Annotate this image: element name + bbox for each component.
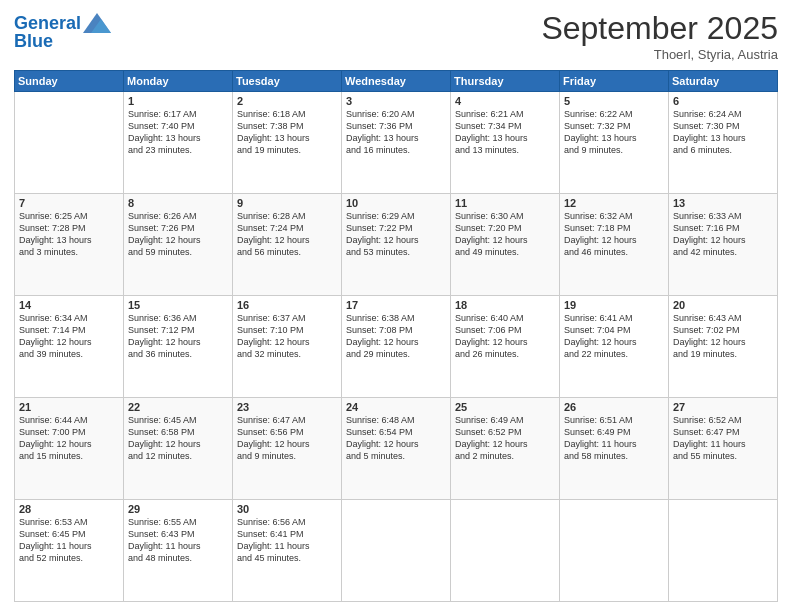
cell-info-line: Sunset: 6:56 PM	[237, 427, 304, 437]
table-cell: 20Sunrise: 6:43 AMSunset: 7:02 PMDayligh…	[669, 296, 778, 398]
cell-info-line: Sunrise: 6:21 AM	[455, 109, 524, 119]
cell-info-line: Daylight: 12 hours	[237, 235, 310, 245]
cell-info-line: Daylight: 11 hours	[564, 439, 637, 449]
cell-info-line: Sunset: 7:28 PM	[19, 223, 86, 233]
table-cell: 12Sunrise: 6:32 AMSunset: 7:18 PMDayligh…	[560, 194, 669, 296]
cell-info-line: and 45 minutes.	[237, 553, 301, 563]
cell-info-line: Daylight: 13 hours	[564, 133, 637, 143]
cell-info-line: Sunrise: 6:41 AM	[564, 313, 633, 323]
cell-info-line: and 53 minutes.	[346, 247, 410, 257]
cell-info-line: Sunrise: 6:51 AM	[564, 415, 633, 425]
cell-info: Sunrise: 6:41 AMSunset: 7:04 PMDaylight:…	[564, 312, 664, 361]
cell-info-line: Sunset: 7:40 PM	[128, 121, 195, 131]
table-cell: 13Sunrise: 6:33 AMSunset: 7:16 PMDayligh…	[669, 194, 778, 296]
day-number: 11	[455, 197, 555, 209]
day-number: 3	[346, 95, 446, 107]
cell-info-line: Sunset: 7:34 PM	[455, 121, 522, 131]
cell-info-line: Sunrise: 6:34 AM	[19, 313, 88, 323]
table-cell: 17Sunrise: 6:38 AMSunset: 7:08 PMDayligh…	[342, 296, 451, 398]
day-number: 30	[237, 503, 337, 515]
cell-info-line: and 29 minutes.	[346, 349, 410, 359]
cell-info-line: Daylight: 12 hours	[19, 439, 92, 449]
day-number: 13	[673, 197, 773, 209]
cell-info-line: and 6 minutes.	[673, 145, 732, 155]
cell-info-line: and 12 minutes.	[128, 451, 192, 461]
table-cell: 11Sunrise: 6:30 AMSunset: 7:20 PMDayligh…	[451, 194, 560, 296]
cell-info-line: and 16 minutes.	[346, 145, 410, 155]
cell-info-line: Daylight: 12 hours	[455, 235, 528, 245]
cell-info-line: Daylight: 12 hours	[128, 235, 201, 245]
cell-info: Sunrise: 6:17 AMSunset: 7:40 PMDaylight:…	[128, 108, 228, 157]
cell-info: Sunrise: 6:38 AMSunset: 7:08 PMDaylight:…	[346, 312, 446, 361]
cell-info-line: Sunset: 7:22 PM	[346, 223, 413, 233]
cell-info-line: Sunrise: 6:30 AM	[455, 211, 524, 221]
table-cell: 14Sunrise: 6:34 AMSunset: 7:14 PMDayligh…	[15, 296, 124, 398]
cell-info-line: Daylight: 12 hours	[346, 439, 419, 449]
cell-info: Sunrise: 6:21 AMSunset: 7:34 PMDaylight:…	[455, 108, 555, 157]
cell-info-line: Daylight: 12 hours	[455, 337, 528, 347]
cell-info: Sunrise: 6:40 AMSunset: 7:06 PMDaylight:…	[455, 312, 555, 361]
cell-info-line: and 13 minutes.	[455, 145, 519, 155]
cell-info-line: Daylight: 12 hours	[19, 337, 92, 347]
cell-info-line: Daylight: 12 hours	[346, 235, 419, 245]
col-sunday: Sunday	[15, 71, 124, 92]
cell-info-line: Sunrise: 6:40 AM	[455, 313, 524, 323]
logo-blue-text: Blue	[14, 32, 111, 52]
cell-info: Sunrise: 6:56 AMSunset: 6:41 PMDaylight:…	[237, 516, 337, 565]
cell-info-line: Daylight: 11 hours	[128, 541, 201, 551]
col-tuesday: Tuesday	[233, 71, 342, 92]
cell-info-line: and 48 minutes.	[128, 553, 192, 563]
calendar-week-row: 7Sunrise: 6:25 AMSunset: 7:28 PMDaylight…	[15, 194, 778, 296]
cell-info: Sunrise: 6:47 AMSunset: 6:56 PMDaylight:…	[237, 414, 337, 463]
table-cell: 21Sunrise: 6:44 AMSunset: 7:00 PMDayligh…	[15, 398, 124, 500]
cell-info-line: and 52 minutes.	[19, 553, 83, 563]
day-number: 2	[237, 95, 337, 107]
table-cell: 23Sunrise: 6:47 AMSunset: 6:56 PMDayligh…	[233, 398, 342, 500]
cell-info: Sunrise: 6:48 AMSunset: 6:54 PMDaylight:…	[346, 414, 446, 463]
cell-info-line: Daylight: 11 hours	[19, 541, 92, 551]
cell-info-line: Sunrise: 6:24 AM	[673, 109, 742, 119]
cell-info-line: Sunset: 7:24 PM	[237, 223, 304, 233]
cell-info-line: Daylight: 12 hours	[128, 337, 201, 347]
cell-info-line: Sunset: 6:41 PM	[237, 529, 304, 539]
day-number: 25	[455, 401, 555, 413]
cell-info-line: Sunset: 7:12 PM	[128, 325, 195, 335]
cell-info-line: and 23 minutes.	[128, 145, 192, 155]
table-cell: 16Sunrise: 6:37 AMSunset: 7:10 PMDayligh…	[233, 296, 342, 398]
calendar-week-row: 21Sunrise: 6:44 AMSunset: 7:00 PMDayligh…	[15, 398, 778, 500]
cell-info-line: Sunrise: 6:32 AM	[564, 211, 633, 221]
day-number: 17	[346, 299, 446, 311]
cell-info-line: Sunset: 7:14 PM	[19, 325, 86, 335]
cell-info-line: Sunrise: 6:45 AM	[128, 415, 197, 425]
cell-info-line: and 26 minutes.	[455, 349, 519, 359]
col-thursday: Thursday	[451, 71, 560, 92]
table-cell: 5Sunrise: 6:22 AMSunset: 7:32 PMDaylight…	[560, 92, 669, 194]
cell-info: Sunrise: 6:37 AMSunset: 7:10 PMDaylight:…	[237, 312, 337, 361]
cell-info-line: Sunset: 6:52 PM	[455, 427, 522, 437]
cell-info-line: Sunset: 7:32 PM	[564, 121, 631, 131]
cell-info-line: Sunset: 7:10 PM	[237, 325, 304, 335]
cell-info-line: Sunrise: 6:43 AM	[673, 313, 742, 323]
cell-info-line: Sunrise: 6:20 AM	[346, 109, 415, 119]
calendar-table: Sunday Monday Tuesday Wednesday Thursday…	[14, 70, 778, 602]
cell-info-line: Sunset: 6:49 PM	[564, 427, 631, 437]
table-cell: 7Sunrise: 6:25 AMSunset: 7:28 PMDaylight…	[15, 194, 124, 296]
cell-info-line: Sunrise: 6:29 AM	[346, 211, 415, 221]
cell-info: Sunrise: 6:22 AMSunset: 7:32 PMDaylight:…	[564, 108, 664, 157]
col-monday: Monday	[124, 71, 233, 92]
day-number: 8	[128, 197, 228, 209]
table-cell	[342, 500, 451, 602]
day-number: 6	[673, 95, 773, 107]
cell-info: Sunrise: 6:30 AMSunset: 7:20 PMDaylight:…	[455, 210, 555, 259]
cell-info-line: and 19 minutes.	[237, 145, 301, 155]
table-cell: 25Sunrise: 6:49 AMSunset: 6:52 PMDayligh…	[451, 398, 560, 500]
table-cell	[15, 92, 124, 194]
cell-info: Sunrise: 6:32 AMSunset: 7:18 PMDaylight:…	[564, 210, 664, 259]
cell-info-line: Sunrise: 6:53 AM	[19, 517, 88, 527]
cell-info-line: Sunset: 7:36 PM	[346, 121, 413, 131]
day-number: 18	[455, 299, 555, 311]
cell-info-line: and 15 minutes.	[19, 451, 83, 461]
cell-info-line: Sunset: 7:06 PM	[455, 325, 522, 335]
table-cell: 30Sunrise: 6:56 AMSunset: 6:41 PMDayligh…	[233, 500, 342, 602]
day-number: 1	[128, 95, 228, 107]
